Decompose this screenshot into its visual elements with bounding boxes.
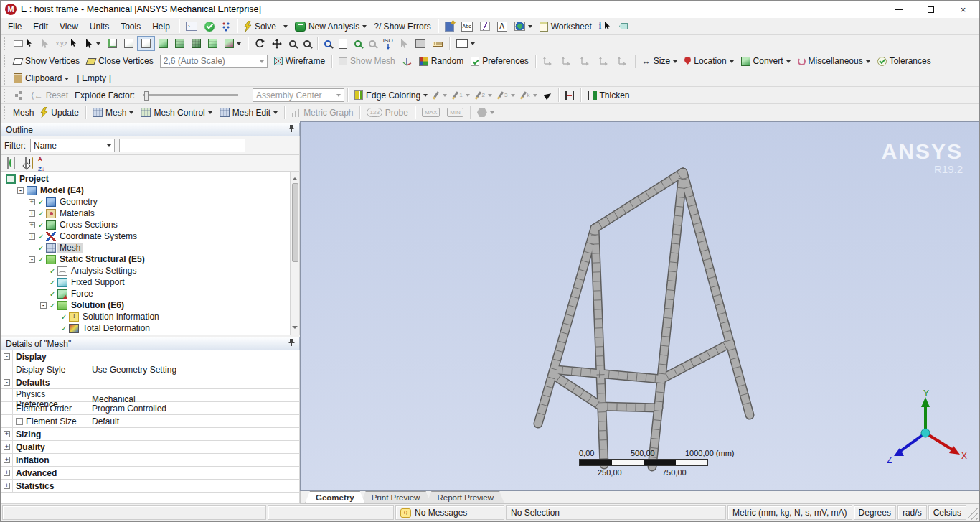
- tree-expand-toggle[interactable]: -: [29, 256, 35, 263]
- slider-handle[interactable]: [144, 91, 149, 101]
- scale-dropdown[interactable]: 2,6 (Auto Scale): [160, 55, 268, 68]
- tree-item-materials[interactable]: +✓Materials: [1, 208, 290, 219]
- manage-views-button[interactable]: [412, 36, 429, 51]
- edge-coloring-dropdown[interactable]: Edge Coloring: [351, 88, 431, 103]
- max-annotation-button[interactable]: MAX: [418, 105, 443, 120]
- preferences-button[interactable]: Preferences: [467, 54, 532, 69]
- tree-expand-toggle[interactable]: +: [29, 210, 35, 217]
- details-gutter[interactable]: +: [1, 480, 13, 492]
- coordinates-select-button[interactable]: x,y,z: [52, 36, 82, 51]
- scroll-up-icon[interactable]: [292, 174, 298, 180]
- mesh-control-dropdown[interactable]: Mesh Control: [137, 105, 215, 120]
- edge-direction-button-3[interactable]: [576, 54, 595, 69]
- checkbox[interactable]: [16, 418, 23, 425]
- validate-button[interactable]: [201, 19, 218, 34]
- tree-item-static-structural-e5[interactable]: -✓Static Structural (E5): [1, 253, 290, 265]
- tab-geometry[interactable]: Geometry: [305, 491, 365, 503]
- worksheet-button[interactable]: Worksheet: [536, 19, 595, 34]
- connections-button[interactable]: [218, 19, 234, 34]
- box-volume-select-button[interactable]: [204, 36, 221, 51]
- tree-item-fixed-support[interactable]: ✓Fixed Support: [1, 276, 290, 288]
- details-gutter[interactable]: -: [1, 350, 13, 363]
- tree-item-solution-information[interactable]: ✓Solution Information: [1, 311, 290, 322]
- pin-icon[interactable]: [288, 338, 295, 349]
- maximize-button[interactable]: [915, 1, 947, 18]
- tree-item-mesh[interactable]: ✓Mesh: [1, 242, 290, 253]
- details-expand-toggle[interactable]: -: [4, 379, 10, 386]
- coordinate-axes-button[interactable]: [399, 54, 415, 69]
- edge-direction-button-4[interactable]: [595, 54, 613, 69]
- tree-item-project[interactable]: Project: [1, 173, 290, 185]
- edge-select-button[interactable]: [121, 36, 137, 51]
- filter-input[interactable]: [119, 139, 245, 152]
- details-expand-toggle[interactable]: +: [4, 483, 10, 489]
- clipboard-dropdown[interactable]: Clipboard: [10, 71, 72, 86]
- details-row-physics-preference[interactable]: Physics PreferenceMechanical: [1, 389, 299, 402]
- convert-dropdown[interactable]: Convert: [738, 54, 794, 69]
- miscellaneous-dropdown[interactable]: Miscellaneous: [794, 54, 874, 69]
- wireframe-button[interactable]: Wireframe: [270, 54, 329, 69]
- zoom-box-button[interactable]: [300, 36, 314, 51]
- collapse-environments-button[interactable]: [14, 158, 15, 168]
- explode-button[interactable]: [10, 88, 27, 103]
- status-messages[interactable]: 0 No Messages: [395, 505, 504, 520]
- solve-dropdown[interactable]: [280, 19, 291, 34]
- annotation-button[interactable]: Abc: [458, 19, 476, 34]
- command-prompt-button[interactable]: ›: [182, 19, 201, 34]
- menu-file[interactable]: File: [2, 19, 27, 34]
- metric-graph-button[interactable]: Metric Graph: [288, 105, 357, 120]
- details-row-sizing[interactable]: +Sizing: [1, 428, 299, 441]
- tree-item-cross-sections[interactable]: +✓Cross Sections: [1, 219, 290, 230]
- extend-selection-dropdown[interactable]: [221, 36, 245, 51]
- status-angular-velocity[interactable]: rad/s: [897, 505, 927, 520]
- location-dropdown[interactable]: Location: [681, 54, 737, 69]
- edge-direction-button-1[interactable]: [539, 54, 557, 69]
- vertex-select-button[interactable]: [104, 36, 121, 51]
- close-button[interactable]: ×: [947, 1, 979, 18]
- details-gutter[interactable]: -: [1, 376, 13, 388]
- details-value[interactable]: Use Geometry Setting: [88, 363, 299, 376]
- mesh-edit-dropdown[interactable]: Mesh Edit: [216, 105, 281, 120]
- tree-expand-toggle[interactable]: -: [40, 302, 47, 309]
- rotate-button[interactable]: [251, 36, 268, 51]
- show-vertices-button[interactable]: Show Vertices: [10, 54, 83, 69]
- tab-report-preview[interactable]: Report Preview: [426, 491, 504, 503]
- face-select-button[interactable]: [137, 36, 155, 51]
- details-expand-toggle[interactable]: +: [4, 431, 10, 437]
- resize-grip[interactable]: [968, 505, 978, 520]
- zoom-button[interactable]: [286, 36, 300, 51]
- box-vertex-select-button[interactable]: [171, 36, 188, 51]
- menu-help[interactable]: Help: [146, 19, 176, 34]
- mesh-dropdown[interactable]: Mesh: [89, 105, 137, 120]
- tree-item-analysis-settings[interactable]: ✓Analysis Settings: [1, 265, 290, 276]
- tree-item-coordinate-systems[interactable]: +✓Coordinate Systems: [1, 230, 290, 242]
- assembly-center-dropdown[interactable]: Assembly Center: [253, 88, 344, 102]
- min-annotation-button[interactable]: MIN: [443, 105, 467, 120]
- details-expand-toggle[interactable]: +: [4, 470, 10, 476]
- details-row-quality[interactable]: +Quality: [1, 441, 299, 454]
- folders-button[interactable]: [32, 158, 33, 168]
- show-errors-button[interactable]: ?/ Show Errors: [370, 19, 434, 34]
- edge-option-button-3[interactable]: 2: [473, 88, 496, 103]
- tag-button[interactable]: [616, 19, 631, 34]
- tree-expand-toggle[interactable]: +: [29, 233, 35, 240]
- selection-information-button[interactable]: i: [595, 19, 616, 34]
- viewport-layout-dropdown[interactable]: [453, 36, 479, 51]
- solve-button[interactable]: Solve: [240, 19, 280, 34]
- tree-item-model-e4[interactable]: -Model (E4): [1, 185, 290, 196]
- scroll-thumb[interactable]: [292, 183, 298, 262]
- chart-button[interactable]: [476, 19, 494, 34]
- reset-explode-button[interactable]: ⟨←Reset: [27, 88, 72, 103]
- details-gutter[interactable]: +: [1, 454, 13, 466]
- ruler-button[interactable]: [429, 36, 446, 51]
- tree-scrollbar[interactable]: [290, 172, 299, 335]
- thicken-button[interactable]: Thicken: [584, 88, 633, 103]
- tree-item-solution-e6[interactable]: -✓Solution (E6): [1, 299, 290, 311]
- tab-print-preview[interactable]: Print Preview: [361, 491, 431, 503]
- body-select-button[interactable]: [155, 36, 171, 51]
- details-gutter[interactable]: +: [1, 467, 13, 479]
- element-display-dropdown[interactable]: [473, 105, 498, 120]
- size-dropdown[interactable]: ↔Size: [639, 54, 681, 69]
- details-expand-toggle[interactable]: -: [4, 353, 10, 360]
- details-row-statistics[interactable]: +Statistics: [1, 480, 299, 493]
